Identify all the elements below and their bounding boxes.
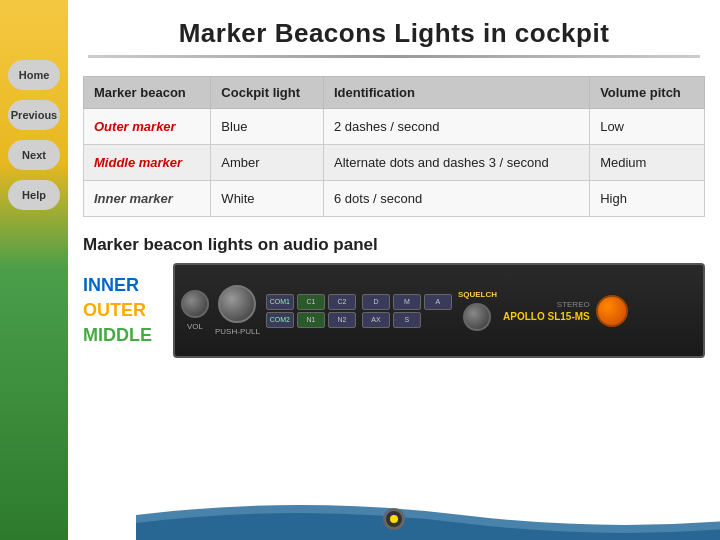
- help-button[interactable]: Help: [8, 180, 60, 210]
- table-container: Marker beacon Cockpit light Identificati…: [68, 66, 720, 227]
- table-row: Middle marker Amber Alternate dots and d…: [84, 145, 705, 181]
- panel-knob-large: [218, 285, 256, 323]
- col-marker-beacon: Marker beacon: [84, 77, 211, 109]
- title-area: Marker Beacons Lights in cockpit: [68, 0, 720, 66]
- marker-circle: [383, 508, 405, 530]
- inner-label: INNER: [83, 275, 163, 296]
- previous-button[interactable]: Previous: [8, 100, 60, 130]
- inner-marker-name: Inner marker: [84, 181, 211, 217]
- panel-buttons-2: D M A AX S: [362, 294, 452, 328]
- inner-cockpit-light: White: [211, 181, 324, 217]
- orange-circle-button[interactable]: [596, 295, 628, 327]
- panel-squelch: SQUELCH: [458, 290, 497, 331]
- middle-marker-name: Middle marker: [84, 145, 211, 181]
- middle-identification: Alternate dots and dashes 3 / second: [323, 145, 589, 181]
- marker-beacons-table: Marker beacon Cockpit light Identificati…: [83, 76, 705, 217]
- panel-apollo: STEREO APOLLO SL15-MS: [503, 300, 590, 322]
- table-row: Outer marker Blue 2 dashes / second Low: [84, 109, 705, 145]
- panel-knob-area-2: PUSH-PULL: [215, 285, 260, 336]
- next-button[interactable]: Next: [8, 140, 60, 170]
- panel-squelch-knob: [463, 303, 491, 331]
- main-content: Marker Beacons Lights in cockpit Marker …: [68, 0, 720, 540]
- col-volume-pitch: Volume pitch: [590, 77, 705, 109]
- middle-label: MIDDLE: [83, 325, 163, 346]
- table-row: Inner marker White 6 dots / second High: [84, 181, 705, 217]
- marker-labels: INNER OUTER MIDDLE: [83, 275, 163, 346]
- col-cockpit-light: Cockpit light: [211, 77, 324, 109]
- sidebar: Home Previous Next Help: [0, 0, 68, 540]
- inner-volume-pitch: High: [590, 181, 705, 217]
- panel-area: INNER OUTER MIDDLE VOL PUSH-PULL COM1: [83, 263, 705, 358]
- marker-circle-inner: [390, 515, 398, 523]
- title-underline: [88, 55, 700, 58]
- inner-identification: 6 dots / second: [323, 181, 589, 217]
- home-button[interactable]: Home: [8, 60, 60, 90]
- panel-left: VOL: [181, 290, 209, 331]
- bottom-wave: [136, 495, 720, 540]
- outer-label: OUTER: [83, 300, 163, 321]
- panel-buttons-1: COM1 C1 C2 COM2 N1 N2: [266, 294, 356, 328]
- outer-identification: 2 dashes / second: [323, 109, 589, 145]
- outer-volume-pitch: Low: [590, 109, 705, 145]
- audio-panel-visual: VOL PUSH-PULL COM1 C1 C2 COM2 N1 N2: [173, 263, 705, 358]
- outer-cockpit-light: Blue: [211, 109, 324, 145]
- table-header-row: Marker beacon Cockpit light Identificati…: [84, 77, 705, 109]
- audio-panel-title: Marker beacon lights on audio panel: [83, 235, 705, 255]
- middle-cockpit-light: Amber: [211, 145, 324, 181]
- col-identification: Identification: [323, 77, 589, 109]
- middle-volume-pitch: Medium: [590, 145, 705, 181]
- panel-knob-1: [181, 290, 209, 318]
- page-title: Marker Beacons Lights in cockpit: [88, 18, 700, 49]
- outer-marker-name: Outer marker: [84, 109, 211, 145]
- audio-panel-section: Marker beacon lights on audio panel INNE…: [68, 227, 720, 358]
